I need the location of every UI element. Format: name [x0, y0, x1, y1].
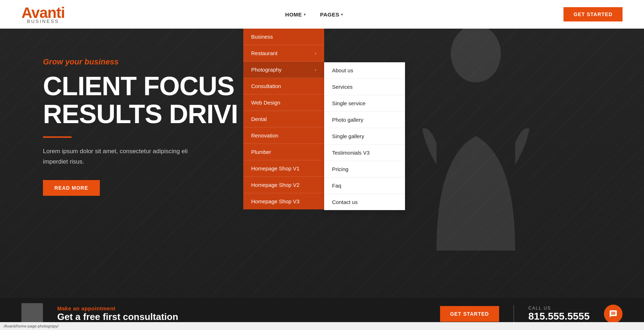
dropdown-item-business[interactable]: Business [243, 29, 324, 45]
submenu-item-pricing[interactable]: Pricing [324, 161, 405, 178]
appointment-desc: Get a free first consultation [57, 311, 426, 322]
header: Avanti BUSINESS HOME ▾ PAGES ▾ GET START… [0, 0, 644, 29]
nav-home[interactable]: HOME ▾ [285, 11, 306, 18]
url-bar: /Avanti/home-page-photograpy/ [0, 322, 644, 330]
header-get-started-button[interactable]: GET STARTED [564, 7, 623, 21]
submenu-item-single-gallery[interactable]: Single gallery [324, 128, 405, 145]
submenu-item-testimonials-v3[interactable]: Testimonials V3 [324, 145, 405, 161]
dropdown-item-plumber[interactable]: Plumber [243, 144, 324, 160]
dropdown-overlay: Business Restaurant › Photography › Cons… [0, 29, 644, 330]
chevron-down-icon: ▾ [341, 13, 343, 16]
photography-submenu: About us Services Single service Photo g… [324, 62, 405, 210]
dropdown-item-homepage-shop-v2[interactable]: Homepage Shop V2 [243, 177, 324, 193]
appointment-icon [21, 303, 43, 325]
chevron-down-icon: ▾ [304, 13, 306, 16]
phone-number: 815.555.5555 [528, 311, 590, 322]
url-text: /Avanti/home-page-photograpy/ [4, 324, 59, 328]
submenu-item-about-us[interactable]: About us [324, 62, 405, 79]
home-dropdown-menu: Business Restaurant › Photography › Cons… [243, 29, 324, 209]
call-label: CALL US [528, 306, 590, 311]
bottom-bar-divider [513, 305, 514, 323]
chat-button[interactable] [604, 305, 623, 323]
nav-pages[interactable]: PAGES ▾ [320, 11, 343, 18]
bottom-get-started-button[interactable]: GET STARTED [440, 306, 499, 322]
dropdown-item-consultation[interactable]: Consultation [243, 78, 324, 94]
dropdown-item-photography[interactable]: Photography › [243, 62, 324, 78]
call-section: CALL US 815.555.5555 [528, 306, 590, 322]
dropdown-item-restaurant[interactable]: Restaurant › [243, 45, 324, 62]
dropdown-item-dental[interactable]: Dental [243, 111, 324, 127]
dropdown-item-homepage-shop-v1[interactable]: Homepage Shop V1 [243, 160, 324, 177]
dropdown-item-renovation[interactable]: Renovation [243, 127, 324, 144]
appointment-text: Make an appointment Get a free first con… [57, 305, 426, 322]
appointment-label: Make an appointment [57, 305, 426, 311]
chevron-right-icon: › [315, 68, 316, 72]
logo[interactable]: Avanti BUSINESS [21, 5, 65, 24]
main-nav: HOME ▾ PAGES ▾ [285, 11, 343, 18]
dropdown-item-homepage-shop-v3[interactable]: Homepage Shop V3 [243, 193, 324, 209]
submenu-item-single-service[interactable]: Single service [324, 95, 405, 112]
logo-business: BUSINESS [21, 19, 65, 24]
dropdown-item-web-design[interactable]: Web Design [243, 94, 324, 111]
submenu-item-services[interactable]: Services [324, 79, 405, 95]
chat-icon [609, 310, 618, 318]
submenu-item-photo-gallery[interactable]: Photo gallery [324, 112, 405, 128]
submenu-item-faq[interactable]: Faq [324, 178, 405, 194]
submenu-item-contact-us[interactable]: Contact us [324, 194, 405, 210]
logo-avanti: Avanti [21, 5, 65, 20]
chevron-right-icon: › [315, 51, 316, 55]
